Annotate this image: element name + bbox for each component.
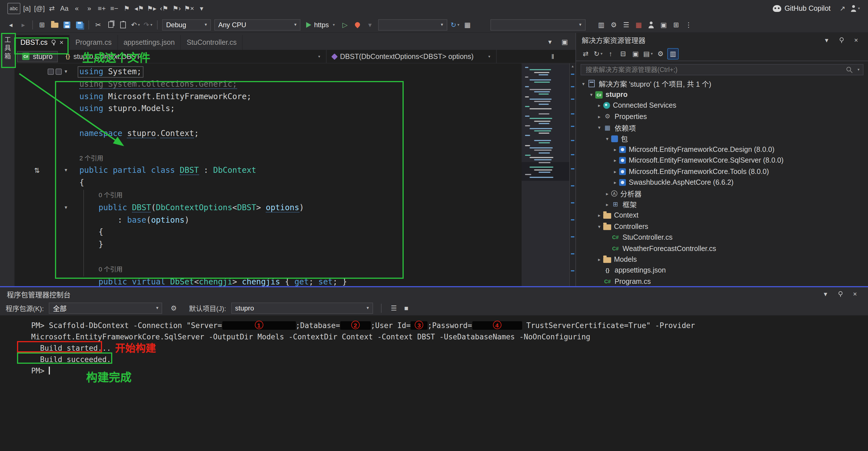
- tree-item[interactable]: appsettings.json: [576, 265, 868, 276]
- next-bookmark-icon[interactable]: ⚑▸: [146, 3, 157, 14]
- share-icon[interactable]: ↗: [837, 3, 848, 14]
- tree-item[interactable]: ▸Microsoft.EntityFrameworkCore.SqlServer…: [576, 155, 868, 166]
- collapse-chevron-icon[interactable]: ▾: [65, 165, 67, 177]
- hot-reload-caret-icon[interactable]: ▾: [364, 19, 376, 30]
- save-icon[interactable]: [61, 19, 72, 30]
- hot-reload-icon[interactable]: [352, 19, 363, 30]
- pin-icon[interactable]: [835, 288, 846, 300]
- tree-expander-icon[interactable]: ▾: [595, 224, 603, 229]
- paste-icon[interactable]: [117, 19, 129, 30]
- scrollbar-up-icon[interactable]: ▴: [570, 64, 576, 69]
- previous-bookmark-folder-icon[interactable]: ‹⚑: [158, 3, 170, 14]
- tree-item[interactable]: WeatherForecastController.cs: [576, 243, 868, 254]
- package-source-settings-icon[interactable]: ⚙: [168, 302, 180, 314]
- tree-item[interactable]: ▾解决方案 'stupro' (1 个项目, 共 1 个): [576, 78, 868, 89]
- tree-expander-icon[interactable]: ▸: [595, 213, 603, 218]
- open-folder-icon[interactable]: [49, 19, 60, 30]
- properties-icon[interactable]: ⚙: [655, 48, 666, 60]
- start-debugging-button[interactable]: https▾: [302, 21, 339, 29]
- window-position-icon[interactable]: ▾: [820, 288, 831, 300]
- window-options-icon[interactable]: ▣: [559, 36, 570, 47]
- close-icon[interactable]: ×: [849, 288, 861, 300]
- preview-selected-items-icon[interactable]: ▥: [667, 48, 679, 60]
- solution-configuration-combo[interactable]: Debug▾: [162, 19, 211, 30]
- copy-icon[interactable]: [105, 19, 116, 30]
- navigate-forward-icon[interactable]: ▸: [18, 19, 29, 30]
- stop-icon[interactable]: ■: [401, 302, 412, 314]
- quick-launch-combo[interactable]: ▾: [490, 19, 585, 30]
- document-dropdown-icon[interactable]: ▾: [544, 36, 556, 47]
- tree-expander-icon[interactable]: ▸: [603, 202, 611, 207]
- clear-console-icon[interactable]: ☰: [388, 302, 399, 314]
- tree-expander-icon[interactable]: ▸: [611, 147, 619, 153]
- tree-item[interactable]: StuController.cs: [576, 232, 868, 243]
- close-icon[interactable]: ×: [60, 38, 63, 46]
- toolbox-tab[interactable]: 工具箱: [3, 36, 11, 61]
- tree-item[interactable]: ▸Swashbuckle.AspNetCore (6.6.2): [576, 177, 868, 188]
- uncomment-icon[interactable]: ≡−: [108, 3, 120, 14]
- minimap[interactable]: [522, 63, 569, 286]
- console-output[interactable]: PM> Scaffold-DbContext -Connection "Serv…: [0, 316, 868, 377]
- tree-item[interactable]: ▸Context: [576, 210, 868, 221]
- code-cleanup-icon[interactable]: [a]: [21, 3, 33, 14]
- tree-item[interactable]: ▸框架: [576, 199, 868, 210]
- search-icon[interactable]: [847, 67, 853, 73]
- outdent-icon[interactable]: «: [71, 3, 83, 14]
- view-selector-icon[interactable]: ▤▾: [642, 48, 654, 60]
- collapse-chevron-icon[interactable]: ▾: [65, 202, 67, 214]
- new-project-icon[interactable]: ⊞: [36, 19, 48, 30]
- previous-bookmark-icon[interactable]: ◂⚑: [133, 3, 145, 14]
- inheritance-margin-icon[interactable]: ⇅: [34, 167, 40, 174]
- tree-expander-icon[interactable]: ▸: [595, 103, 603, 108]
- feedback-icon[interactable]: ⊞: [671, 19, 682, 30]
- tab-stucontroller-cs[interactable]: StuController.cs: [181, 35, 243, 50]
- tab-program-cs[interactable]: Program.cs: [70, 35, 118, 50]
- pin-icon[interactable]: [51, 40, 56, 45]
- tree-expander-icon[interactable]: ▸: [611, 180, 619, 185]
- redo-icon[interactable]: ↷▾: [142, 19, 154, 30]
- collapse-all-icon[interactable]: ⊟: [617, 48, 629, 60]
- type-dropdown[interactable]: stupro.Context.DBST ▾: [60, 50, 327, 63]
- tree-item[interactable]: ▸Connected Services: [576, 100, 868, 111]
- codelens-line[interactable]: 0 个引用: [15, 263, 576, 276]
- spell-checker-icon[interactable]: abc: [7, 3, 20, 14]
- toggle-bookmark-icon[interactable]: ⚑: [121, 3, 132, 14]
- live-share-icon[interactable]: [646, 19, 657, 30]
- search-input[interactable]: [585, 66, 843, 74]
- refresh-icon[interactable]: ↻▾: [449, 19, 461, 30]
- tree-item[interactable]: ▾依赖项: [576, 122, 868, 133]
- show-all-files-icon[interactable]: ▣: [630, 48, 641, 60]
- toolbar-options-icon[interactable]: ▾: [196, 3, 207, 14]
- tree-expander-icon[interactable]: ▾: [603, 136, 611, 141]
- suggestion-margin-icon-2[interactable]: [56, 69, 62, 75]
- project-dropdown[interactable]: stupro: [17, 51, 58, 62]
- clear-bookmarks-icon[interactable]: ⚑×: [183, 3, 195, 14]
- refresh-icon[interactable]: ↻▾: [592, 48, 604, 60]
- cut-icon[interactable]: ✂: [92, 19, 104, 30]
- task-list-icon[interactable]: ☰: [621, 19, 632, 30]
- suggestion-margin-icon-1[interactable]: [48, 69, 54, 75]
- error-list-icon[interactable]: ▦: [633, 19, 644, 30]
- tree-item[interactable]: ▸Models: [576, 254, 868, 265]
- sync-with-active-document-icon[interactable]: ⇄: [580, 48, 591, 60]
- pin-icon[interactable]: [836, 34, 847, 45]
- split-editor-icon[interactable]: ‖: [547, 51, 558, 62]
- window-layout-icon[interactable]: ▣: [658, 19, 669, 30]
- search-options-caret-icon[interactable]: ▾: [858, 67, 860, 72]
- tree-item[interactable]: ▸Properties: [576, 111, 868, 122]
- change-case-icon[interactable]: Aa: [59, 3, 70, 14]
- tree-expander-icon[interactable]: ▸: [611, 169, 619, 174]
- account-button[interactable]: ▾: [849, 3, 861, 14]
- code-editor[interactable]: ▾using System;using System.Collections.G…: [15, 63, 576, 286]
- tab-appsettings-json[interactable]: appsettings.json: [118, 35, 181, 50]
- start-without-debugging-icon[interactable]: ▷: [339, 19, 351, 30]
- tree-item[interactable]: ▸Microsoft.EntityFrameworkCore.Design (8…: [576, 144, 868, 155]
- codelens-line[interactable]: 0 个引用: [15, 189, 576, 202]
- tree-item[interactable]: ▾stupro: [576, 89, 868, 100]
- navigate-up-icon[interactable]: ↑: [605, 48, 616, 60]
- comment-icon[interactable]: ≡+: [96, 3, 107, 14]
- tree-item[interactable]: ▾Controllers: [576, 221, 868, 232]
- vertical-scrollbar[interactable]: ▴: [569, 63, 576, 286]
- tree-item[interactable]: ▾包: [576, 133, 868, 144]
- close-icon[interactable]: ×: [850, 34, 862, 45]
